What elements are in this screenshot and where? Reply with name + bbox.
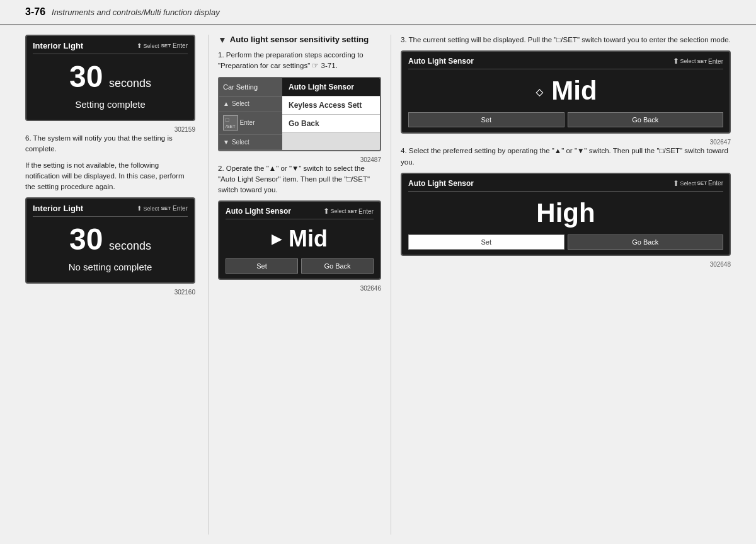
screen2-message: No setting complete <box>33 262 188 272</box>
sensor1-controls: ⬆ Select SET Enter <box>323 207 374 216</box>
enter-box-icon: □/SET <box>223 115 238 130</box>
menu-item-keyless[interactable]: Keyless Access Sett <box>282 96 380 115</box>
sensor2-goback-btn[interactable]: Go Back <box>568 112 724 127</box>
right-column: 3. The current setting will be displayed… <box>391 35 731 535</box>
menu-item-auto-light[interactable]: Auto Light Sensor <box>282 78 380 96</box>
sensor1-code: 302646 <box>218 285 381 292</box>
sensor1-title: Auto Light Sensor <box>226 207 291 216</box>
screen1-message: Setting complete <box>33 99 188 110</box>
screen1-title: Interior Light <box>33 41 83 50</box>
sensor1-play-arrow: ▶ <box>272 231 282 247</box>
sensor2-set-btn[interactable]: Set <box>408 112 564 127</box>
menu-select-down: ▼ Select <box>219 135 282 150</box>
sensor1-value: Mid <box>289 226 328 252</box>
sensor2-value: Mid <box>551 76 597 106</box>
step1-text: 1. Perform the preparation steps accordi… <box>218 50 381 72</box>
section-bullet: ▼ <box>218 35 227 45</box>
screen2-unit: seconds <box>109 240 151 252</box>
sensor3-controls: ⬆ Select SET Enter <box>673 179 723 188</box>
step6-text: 6. The system will notify you that the s… <box>25 133 195 155</box>
menu-right: Auto Light Sensor Keyless Access Sett Go… <box>282 78 380 150</box>
sensor2-title: Auto Light Sensor <box>408 57 474 66</box>
screen1-number: 30 <box>69 60 103 93</box>
sensor3-title: Auto Light Sensor <box>408 179 474 188</box>
screen1-code: 302159 <box>25 126 195 133</box>
screen2-title: Interior Light <box>33 204 83 213</box>
page-number: 3-76 <box>25 6 45 18</box>
sensor1-goback-btn[interactable]: Go Back <box>301 258 374 274</box>
step2-text: 2. Operate the "▲" or "▼" switch to sele… <box>218 163 381 196</box>
step4-text: 4. Select the preferred setting by opera… <box>401 146 731 168</box>
sensor-screen-1: Auto Light Sensor ⬆ Select SET Enter ▶ M… <box>218 200 381 280</box>
screen2-code: 302160 <box>25 289 195 296</box>
sensor2-buttons: Set Go Back <box>408 112 723 127</box>
menu-screen-code: 302487 <box>218 156 381 163</box>
page-header: 3-76 Instruments and controls/Multi func… <box>0 0 756 25</box>
screen2-number: 30 <box>69 223 103 256</box>
sensor3-code: 302648 <box>401 261 731 268</box>
left-column: Interior Light ⬆ Select SET Enter 30 sec… <box>25 35 208 535</box>
sensor-screen-3: Auto Light Sensor ⬆ Select SET Enter Hig… <box>401 173 731 256</box>
sensor2-code: 302647 <box>401 139 731 146</box>
menu-enter: □/SET Enter <box>219 112 282 135</box>
sensor2-controls: ⬆ Select SET Enter <box>673 57 723 66</box>
menu-left: Car Setting ▲ Select □/SET Enter ▼ Selec… <box>219 78 282 150</box>
section-heading-text: Auto light sensor sensitivity setting <box>230 35 369 44</box>
screen1-controls: ⬆ Select SET Enter <box>137 42 188 49</box>
up-arrow-icon: ▲ <box>223 100 229 107</box>
sensor3-set-btn[interactable]: Set <box>408 234 564 250</box>
car-screen-1: Interior Light ⬆ Select SET Enter 30 sec… <box>25 35 195 121</box>
menu-left-title: Car Setting <box>219 78 282 96</box>
step6-sub: If the setting is not available, the fol… <box>25 160 195 193</box>
mid-column: ▼ Auto light sensor sensitivity setting … <box>208 35 391 535</box>
screen2-controls: ⬆ Select SET Enter <box>137 205 188 212</box>
page-subtitle: Instruments and controls/Multi function … <box>52 8 220 17</box>
menu-screen: Car Setting ▲ Select □/SET Enter ▼ Selec… <box>218 77 381 151</box>
menu-item-go-back[interactable]: Go Back <box>282 115 380 133</box>
sensor-screen-2: Auto Light Sensor ⬆ Select SET Enter ⬦ M… <box>401 50 731 134</box>
sensor3-goback-btn[interactable]: Go Back <box>568 234 724 250</box>
sensor1-set-btn[interactable]: Set <box>226 258 298 274</box>
down-arrow-icon: ▼ <box>223 139 229 146</box>
step3-text: 3. The current setting will be displayed… <box>401 35 731 45</box>
menu-select-up: ▲ Select <box>219 96 282 112</box>
car-screen-2: Interior Light ⬆ Select SET Enter 30 sec… <box>25 197 195 284</box>
screen1-unit: seconds <box>109 77 151 90</box>
sensor1-buttons: Set Go Back <box>226 258 374 274</box>
sensor2-updown: ⬦ <box>534 81 545 101</box>
sensor3-value: High <box>536 198 595 228</box>
sensor3-buttons: Set Go Back <box>408 234 723 250</box>
